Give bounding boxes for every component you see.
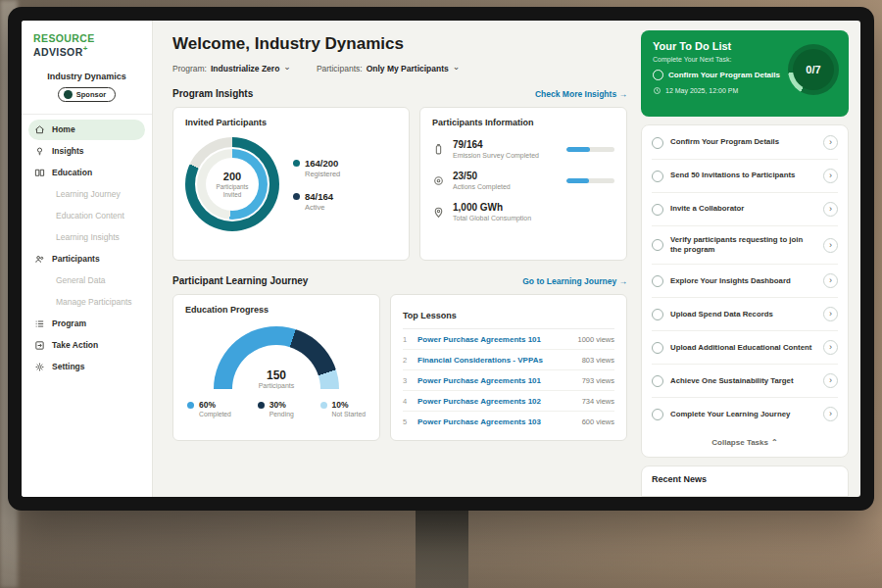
task-row[interactable]: Upload Additional Educational Content xyxy=(652,331,838,365)
sidebar-item[interactable]: Take Action xyxy=(28,335,145,356)
donut-center-label: Participants Invited xyxy=(210,183,255,199)
task-checkbox[interactable] xyxy=(652,204,663,216)
lesson-views: 1000 views xyxy=(577,335,614,344)
sidebar-item[interactable]: Settings xyxy=(28,357,145,377)
task-row[interactable]: Explore Your Insights Dashboard xyxy=(652,265,838,298)
progress-fill xyxy=(566,147,590,152)
lesson-row: 5 Power Purchase Agreements 103 600 view… xyxy=(403,412,614,431)
sidebar-item[interactable]: Learning Journey xyxy=(28,184,145,205)
sidebar-item[interactable]: Home xyxy=(28,120,145,140)
chevron-right-icon[interactable] xyxy=(823,135,838,150)
legend-item: 30% Pending xyxy=(258,400,294,417)
todo-next-task-label: Confirm Your Program Details xyxy=(668,71,780,80)
education-gauge-wrap: 150 Participants xyxy=(214,326,339,389)
sidebar-item[interactable]: Manage Participants xyxy=(28,292,145,313)
lesson-row: 4 Power Purchase Agreements 102 734 view… xyxy=(403,391,614,412)
todo-progress-count: 0/7 xyxy=(793,49,834,90)
task-row[interactable]: Achieve One Sustainability Target xyxy=(652,365,838,398)
sidebar-item[interactable]: General Data xyxy=(28,270,145,291)
sidebar-item-label: Program xyxy=(52,318,86,328)
task-checkbox[interactable] xyxy=(652,409,663,420)
task-checkbox[interactable] xyxy=(652,342,663,354)
todo-due-date: 12 May 2025, 12:00 PM xyxy=(665,87,738,94)
task-checkbox[interactable] xyxy=(652,171,663,182)
task-row[interactable]: Upload Spend Data Records xyxy=(652,298,838,331)
sidebar-item[interactable]: Education xyxy=(28,163,145,183)
chevron-right-icon[interactable] xyxy=(823,407,838,421)
go-to-learning-journey-link[interactable]: Go to Learning Journey xyxy=(522,276,627,286)
legend-label: Completed xyxy=(199,411,231,417)
checkbox-circle-icon[interactable] xyxy=(653,70,663,80)
nav-icon xyxy=(34,362,45,372)
sidebar-item-label: Settings xyxy=(52,362,85,371)
task-checkbox[interactable] xyxy=(652,375,663,387)
chevron-right-icon[interactable] xyxy=(823,238,838,253)
task-checkbox[interactable] xyxy=(652,239,663,251)
gauge-center-label: Participants xyxy=(214,382,339,389)
sidebar-item-label: Education xyxy=(52,168,92,177)
task-label: Achieve One Sustainability Target xyxy=(670,376,816,386)
legend-dot xyxy=(293,160,300,167)
chevron-right-icon[interactable] xyxy=(823,202,838,217)
chevron-down-icon xyxy=(283,64,291,74)
chevron-right-icon[interactable] xyxy=(823,169,838,183)
task-row[interactable]: Confirm Your Program Details xyxy=(652,126,838,160)
task-checkbox[interactable] xyxy=(652,137,663,149)
sidebar-item[interactable]: Education Content xyxy=(28,206,145,226)
chevron-right-icon[interactable] xyxy=(823,273,838,288)
info-value: 79/164 xyxy=(453,139,559,150)
sidebar-item[interactable]: Insights xyxy=(28,141,145,162)
education-legend: 60% Completed 30% Pending xyxy=(185,400,368,417)
logo-advisor: ADVISOR xyxy=(33,46,83,58)
sidebar-item-label: Home xyxy=(52,124,75,134)
sponsor-badge[interactable]: Sponsor xyxy=(58,87,116,102)
invited-legend: 164/200 Registered 84/164 Active xyxy=(293,158,340,212)
chevron-right-icon[interactable] xyxy=(823,307,838,321)
sidebar-item[interactable]: Learning Insights xyxy=(28,227,145,248)
collapse-tasks-button[interactable]: Collapse Tasks xyxy=(652,430,838,456)
gauge-center-value: 150 xyxy=(214,368,339,382)
task-checkbox[interactable] xyxy=(652,309,663,320)
todo-next-task[interactable]: Confirm Your Program Details xyxy=(653,70,790,80)
invited-participants-card: Invited Participants 200 Participants In… xyxy=(172,107,410,261)
task-label: Verify participants requesting to join t… xyxy=(670,235,816,255)
invited-donut: 200 Participants Invited xyxy=(185,137,279,231)
task-checkbox[interactable] xyxy=(652,275,663,287)
check-more-insights-link[interactable]: Check More Insights xyxy=(535,89,627,99)
participants-value: Only My Participants xyxy=(367,64,449,74)
sidebar-item-label: Education Content xyxy=(56,211,124,220)
monitor-bezel: RESOURCE ADVISOR+ Industry Dynamics Spon… xyxy=(8,7,874,511)
info-row-icon xyxy=(432,143,445,156)
lesson-link[interactable]: Power Purchase Agreements 103 xyxy=(417,417,576,426)
legend-value: 30% xyxy=(270,400,294,410)
sidebar-nav: Home Insights Education Learning Journey… xyxy=(22,120,152,377)
task-row[interactable]: Complete Your Learning Journey xyxy=(652,398,838,430)
task-label: Invite a Collaborator xyxy=(670,204,816,214)
lesson-link[interactable]: Power Purchase Agreements 101 xyxy=(417,335,571,344)
lesson-row: 1 Power Purchase Agreements 101 1000 vie… xyxy=(403,329,614,350)
task-row[interactable]: Send 50 Invitations to Participants xyxy=(652,160,838,193)
chevron-right-icon[interactable] xyxy=(823,373,838,388)
lesson-rank: 2 xyxy=(403,356,413,365)
task-row[interactable]: Invite a Collaborator xyxy=(652,193,838,226)
lesson-link[interactable]: Power Purchase Agreements 102 xyxy=(417,397,576,406)
lesson-link[interactable]: Power Purchase Agreements 101 xyxy=(417,376,576,385)
task-label: Send 50 Invitations to Participants xyxy=(670,171,816,180)
nav-icon xyxy=(34,168,45,178)
page-title: Welcome, Industry Dynamics xyxy=(172,34,627,54)
chevron-up-icon xyxy=(768,438,778,447)
chevron-right-icon[interactable] xyxy=(823,340,838,355)
legend-label: Pending xyxy=(270,411,294,417)
main-content: Welcome, Industry Dynamics Program: Indu… xyxy=(153,21,641,497)
sidebar-divider xyxy=(22,114,152,115)
sidebar-item[interactable]: Program xyxy=(28,314,145,334)
sidebar-item-label: Participants xyxy=(52,254,100,264)
participants-select[interactable]: Participants: Only My Participants xyxy=(317,64,460,74)
legend-label: Not Started xyxy=(332,411,366,417)
sidebar-item[interactable]: Participants xyxy=(28,249,145,270)
lesson-link[interactable]: Financial Considerations - VPPAs xyxy=(417,356,576,365)
app-logo[interactable]: RESOURCE ADVISOR+ xyxy=(22,32,152,58)
task-row[interactable]: Verify participants requesting to join t… xyxy=(652,226,838,265)
task-label: Complete Your Learning Journey xyxy=(670,410,816,419)
program-select[interactable]: Program: Industrialize Zero xyxy=(172,64,291,74)
